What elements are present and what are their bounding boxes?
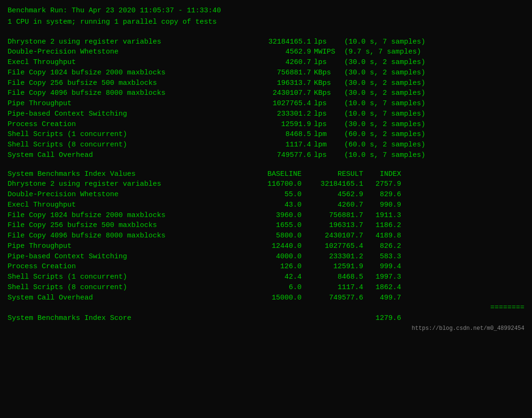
index-row-index: 1862.4 — [363, 282, 401, 293]
index-row-name: Pipe-based Context Switching — [8, 252, 249, 262]
index-data-row: Double-Precision Whetstone55.04562.9829.… — [8, 190, 524, 200]
bench-value: 4260.7 — [249, 57, 311, 68]
benchmark-row: Process Creation 12591.9lps(30.0 s, 2 sa… — [8, 119, 524, 130]
bench-value: 196313.7 — [249, 78, 311, 89]
index-row-name: Pipe Throughput — [8, 241, 249, 252]
index-row-baseline: 6.0 — [249, 282, 302, 293]
bench-name: Execl Throughput — [8, 57, 249, 68]
index-data-row: System Call Overhead15000.0749577.6499.7 — [8, 293, 524, 303]
bench-samples: (10.0 s, 7 samples) — [344, 37, 425, 47]
index-row-baseline: 5800.0 — [249, 231, 302, 241]
index-row-name: File Copy 1024 bufsize 2000 maxblocks — [8, 210, 249, 221]
index-header-result: RESULT — [302, 169, 363, 180]
index-row-baseline: 55.0 — [249, 190, 302, 200]
index-row-name: System Call Overhead — [8, 293, 249, 303]
benchmark-row: Shell Scripts (1 concurrent) 8468.5lpm(6… — [8, 129, 524, 140]
bench-samples: (10.0 s, 7 samples) — [344, 109, 425, 119]
bench-value: 12591.9 — [249, 119, 311, 130]
index-row-name: Shell Scripts (1 concurrent) — [8, 272, 249, 282]
bench-value: 756881.7 — [249, 68, 311, 78]
index-row-index: 4189.8 — [363, 231, 401, 241]
benchmark-row: File Copy 256 bufsize 500 maxblocks 1963… — [8, 78, 524, 89]
bench-samples: (30.0 s, 2 samples) — [344, 57, 425, 68]
bench-unit: MWIPS — [311, 47, 344, 57]
index-data-row: Shell Scripts (8 concurrent)6.01117.4186… — [8, 282, 524, 293]
watermark: https://blog.csdn.net/m0_48992454 — [8, 325, 524, 333]
bench-unit: lps — [311, 109, 344, 119]
benchmark-row: Shell Scripts (8 concurrent) 1117.4lpm(6… — [8, 140, 524, 150]
index-row-index: 999.4 — [363, 262, 401, 272]
bench-samples: (30.0 s, 2 samples) — [344, 68, 425, 78]
index-data-row: File Copy 256 bufsize 500 maxblocks1655.… — [8, 220, 524, 231]
bench-name: Dhrystone 2 using register variables — [8, 37, 249, 47]
index-row-name: File Copy 4096 bufsize 8000 maxblocks — [8, 231, 249, 241]
bench-value: 749577.6 — [249, 150, 311, 161]
index-data-row: File Copy 4096 bufsize 8000 maxblocks580… — [8, 231, 524, 241]
bench-samples: (30.0 s, 2 samples) — [344, 78, 425, 89]
index-row-name: Execl Throughput — [8, 200, 249, 210]
index-header-name: System Benchmarks Index Values — [8, 169, 249, 180]
bench-value: 1027765.4 — [249, 99, 311, 109]
index-row-result: 233301.2 — [302, 252, 363, 262]
bench-value: 233301.2 — [249, 109, 311, 119]
bench-unit: KBps — [311, 88, 344, 99]
bench-value: 2430107.7 — [249, 88, 311, 99]
index-row-baseline: 12440.0 — [249, 241, 302, 252]
bench-name: Process Creation — [8, 119, 249, 130]
index-row-index: 499.7 — [363, 293, 401, 303]
benchmark-row: File Copy 4096 bufsize 8000 maxblocks 24… — [8, 88, 524, 99]
index-row-name: Dhrystone 2 using register variables — [8, 179, 249, 190]
index-row-result: 8468.5 — [302, 272, 363, 282]
header-line1: Benchmark Run: Thu Apr 23 2020 11:05:37 … — [8, 6, 524, 16]
benchmark-row: Execl Throughput 4260.7lps(30.0 s, 2 sam… — [8, 57, 524, 68]
index-row-index: 583.3 — [363, 252, 401, 262]
index-data-row: Process Creation126.012591.9999.4 — [8, 262, 524, 272]
index-header-baseline: BASELINE — [249, 169, 302, 180]
score-label: System Benchmarks Index Score — [8, 313, 249, 324]
index-row-baseline: 3960.0 — [249, 210, 302, 221]
header-line2: 1 CPU in system; running 1 parallel copy… — [8, 17, 524, 27]
index-row-name: Process Creation — [8, 262, 249, 272]
benchmark-row: Pipe-based Context Switching 233301.2lps… — [8, 109, 524, 119]
index-row-result: 1027765.4 — [302, 241, 363, 252]
bench-unit: lps — [311, 57, 344, 68]
bench-samples: (60.0 s, 2 samples) — [344, 140, 425, 150]
index-row-result: 12591.9 — [302, 262, 363, 272]
index-row-baseline: 4000.0 — [249, 252, 302, 262]
index-row-baseline: 43.0 — [249, 200, 302, 210]
index-header-index: INDEX — [363, 169, 401, 180]
score-value: 1279.6 — [249, 313, 401, 324]
index-row-result: 32184165.1 — [302, 179, 363, 190]
bench-unit: lps — [311, 37, 344, 47]
index-row-index: 2757.9 — [363, 179, 401, 190]
index-row-index: 1186.2 — [363, 220, 401, 231]
index-row-name: Shell Scripts (8 concurrent) — [8, 282, 249, 293]
index-row-index: 990.9 — [363, 200, 401, 210]
bench-name: File Copy 1024 bufsize 2000 maxblocks — [8, 68, 249, 78]
bench-unit: lpm — [311, 140, 344, 150]
index-row-baseline: 15000.0 — [249, 293, 302, 303]
bench-samples: (60.0 s, 2 samples) — [344, 129, 425, 140]
benchmark-row: File Copy 1024 bufsize 2000 maxblocks 75… — [8, 68, 524, 78]
bench-unit: KBps — [311, 68, 344, 78]
bench-value: 1117.4 — [249, 140, 311, 150]
benchmark-row: System Call Overhead 749577.6lps(10.0 s,… — [8, 150, 524, 161]
benchmark-row: Pipe Throughput 1027765.4lps(10.0 s, 7 s… — [8, 99, 524, 109]
bench-samples: (9.7 s, 7 samples) — [344, 47, 421, 57]
index-row-baseline: 126.0 — [249, 262, 302, 272]
bench-name: File Copy 4096 bufsize 8000 maxblocks — [8, 88, 249, 99]
bench-value: 8468.5 — [249, 129, 311, 140]
bench-name: Shell Scripts (8 concurrent) — [8, 140, 249, 150]
index-row-index: 826.2 — [363, 241, 401, 252]
bench-unit: lps — [311, 99, 344, 109]
bench-value: 32184165.1 — [249, 37, 311, 47]
bench-name: System Call Overhead — [8, 150, 249, 161]
index-row-result: 1117.4 — [302, 282, 363, 293]
score-line: System Benchmarks Index Score1279.6 — [8, 313, 524, 324]
bench-name: Shell Scripts (1 concurrent) — [8, 129, 249, 140]
index-row-result: 4562.9 — [302, 190, 363, 200]
bench-name: Pipe Throughput — [8, 99, 249, 109]
equals-line: ======== — [8, 303, 524, 313]
index-row-result: 756881.7 — [302, 210, 363, 221]
index-row-index: 829.6 — [363, 190, 401, 200]
